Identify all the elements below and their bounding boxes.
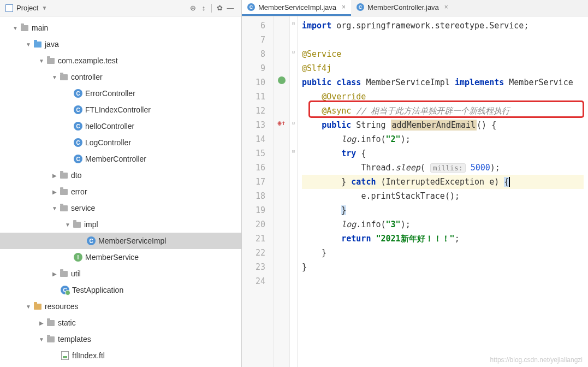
line-num: 23 — [244, 260, 265, 274]
code-line: import org.springframework.stereotype.Se… — [302, 19, 584, 33]
tree-folder-util[interactable]: ▶ util — [0, 265, 241, 282]
gutter-override-icon[interactable] — [278, 76, 286, 84]
line-num: 6 — [244, 19, 265, 33]
tree-class[interactable]: C LogController — [0, 134, 241, 151]
tree-folder-controller[interactable]: ▼ controller — [0, 69, 241, 85]
tree-label: error — [71, 187, 87, 196]
code-line: log.info("3"); — [302, 217, 584, 232]
tree-folder-resources[interactable]: ▼ resources — [0, 298, 241, 315]
project-icon — [5, 4, 13, 12]
line-num: 13 — [244, 118, 265, 132]
line-num: 24 — [244, 274, 265, 288]
tree-folder-dto[interactable]: ▶ dto — [0, 167, 241, 183]
tree-class[interactable]: C helloController — [0, 118, 241, 134]
line-num: 9 — [244, 61, 265, 75]
code-line: return "2021新年好！！！"; — [302, 232, 584, 246]
tree-label: service — [71, 204, 95, 212]
line-num: 15 — [244, 146, 265, 161]
project-tree: ▼ main ▼ java ▼ com.example.test ▼ contr… — [0, 16, 241, 367]
code-line: } — [302, 246, 584, 260]
gear-icon[interactable]: ✿ — [214, 3, 225, 14]
dropdown-icon[interactable]: ▼ — [41, 5, 47, 11]
line-num: 7 — [244, 33, 265, 47]
code-line: @Async // 相当于此方法单独开辟一个新线程执行 — [302, 104, 584, 118]
tree-label: ErrorController — [85, 89, 135, 98]
tree-label: java — [45, 40, 59, 49]
tab-member-controller[interactable]: C MemberController.java × — [351, 0, 454, 16]
tree-label: dto — [71, 171, 81, 180]
line-num: 19 — [244, 203, 265, 217]
code-line: } catch (InterruptedException e) { — [302, 175, 584, 189]
line-num: 21 — [244, 232, 265, 246]
tree-class-selected[interactable]: C MemberServiceImpl — [0, 233, 241, 249]
gutter-implement-icon[interactable]: ◉↑ — [278, 119, 286, 127]
code-line: try { — [302, 146, 584, 161]
code-line: @Override — [302, 90, 584, 104]
code-line — [302, 33, 584, 47]
line-num: 22 — [244, 246, 265, 260]
tree-label: templates — [58, 335, 91, 344]
line-num: 8 — [244, 47, 265, 61]
code-line: e.printStackTrace(); — [302, 189, 584, 203]
tree-class[interactable]: C ErrorController — [0, 85, 241, 102]
tree-folder-java[interactable]: ▼ java — [0, 36, 241, 52]
code-line: } — [302, 260, 584, 274]
tree-app-class[interactable]: C TestApplication — [0, 282, 241, 298]
code-line: Thread.sleep( millis: 5000); — [302, 161, 584, 175]
tree-class[interactable]: C MemberController — [0, 151, 241, 167]
tree-label: controller — [71, 73, 103, 81]
editor-tabs: C MemberServiceImpl.java × C MemberContr… — [242, 0, 588, 16]
tree-file-ftl[interactable]: ftlIndex.ftl — [0, 347, 241, 364]
code-line: @Slf4j — [302, 61, 584, 75]
watermark: https://blog.csdn.net/yejialiangzi — [490, 356, 583, 364]
line-num: 10 — [244, 75, 265, 90]
tree-interface[interactable]: I MemberService — [0, 249, 241, 265]
gutter-icons: ◉↑ — [274, 16, 290, 367]
code-editor[interactable]: 6 7 8 9 10 11 12 13 14 15 16 17 18 19 20… — [242, 16, 588, 367]
code-area[interactable]: import org.springframework.stereotype.Se… — [298, 16, 588, 367]
tree-label: static — [58, 318, 76, 327]
line-num: 16 — [244, 161, 265, 175]
code-line: public class MemberServiceImpl implement… — [302, 75, 584, 90]
code-line: public String addMemberAndEmail() { — [302, 118, 584, 132]
close-icon[interactable]: × — [444, 3, 448, 11]
param-hint: millis: — [430, 163, 466, 173]
tree-label: ftlIndex.ftl — [72, 351, 105, 360]
line-number-gutter: 6 7 8 9 10 11 12 13 14 15 16 17 18 19 20… — [242, 16, 274, 367]
code-line — [302, 274, 584, 288]
tree-folder-error[interactable]: ▶ error — [0, 183, 241, 200]
tree-label: com.example.test — [58, 56, 118, 65]
tree-label: MemberController — [85, 155, 146, 163]
project-title: Project — [16, 4, 38, 12]
tree-label: impl — [84, 220, 98, 229]
tab-label: MemberServiceImpl.java — [258, 3, 336, 11]
tree-folder-main[interactable]: ▼ main — [0, 20, 241, 36]
code-line: @Service — [302, 47, 584, 61]
editor-panel: C MemberServiceImpl.java × C MemberContr… — [242, 0, 588, 367]
line-num: 14 — [244, 132, 265, 146]
tree-package[interactable]: ▼ com.example.test — [0, 52, 241, 69]
tab-member-service-impl[interactable]: C MemberServiceImpl.java × — [242, 0, 351, 16]
tree-folder-service[interactable]: ▼ service — [0, 200, 241, 216]
project-panel: Project ▼ ⊕ ↕ ✿ — ▼ main ▼ java ▼ com.ex… — [0, 0, 242, 367]
tab-label: MemberController.java — [367, 3, 439, 11]
line-num: 11 — [244, 90, 265, 104]
class-icon: C — [247, 3, 255, 11]
expand-icon[interactable]: ↕ — [198, 3, 209, 14]
tree-label: LogController — [85, 138, 131, 147]
tree-label: main — [32, 23, 48, 32]
line-num: 17 — [244, 175, 265, 189]
code-line: } — [302, 203, 584, 217]
tree-folder-impl[interactable]: ▼ impl — [0, 216, 241, 233]
tree-folder-templates[interactable]: ▼ templates — [0, 331, 241, 347]
tree-class[interactable]: C FTLIndexController — [0, 102, 241, 118]
class-icon: C — [357, 3, 364, 11]
tree-label: MemberServiceImpl — [98, 236, 166, 245]
tree-label: helloController — [85, 122, 134, 131]
target-icon[interactable]: ⊕ — [187, 3, 198, 14]
close-icon[interactable]: × — [342, 3, 346, 11]
line-num: 18 — [244, 189, 265, 203]
minimize-icon[interactable]: — — [225, 3, 236, 14]
tree-folder-static[interactable]: ▶ static — [0, 315, 241, 331]
tree-label: FTLIndexController — [85, 105, 151, 114]
